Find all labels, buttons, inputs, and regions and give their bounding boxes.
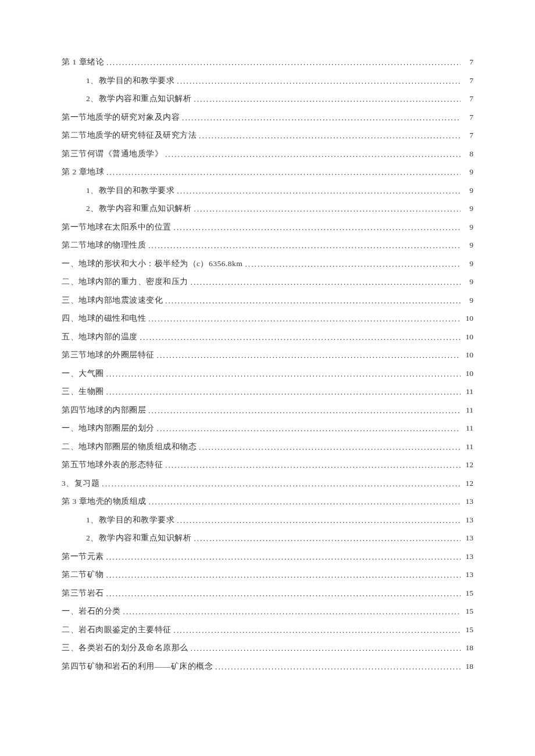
toc-title: 第四节地球的内部圈层 xyxy=(62,406,146,414)
toc-title: 一、地球的形状和大小：极半经为（c）6356.8km xyxy=(62,260,242,268)
toc-leader-dots xyxy=(174,224,461,232)
toc-title: 一、岩石的分类 xyxy=(62,607,121,615)
toc-entry: 三、生物圈11 xyxy=(62,388,473,396)
toc-entry: 第五节地球外表的形态特征12 xyxy=(62,461,473,469)
toc-entry: 2、教学内容和重点知识解析9 xyxy=(62,205,473,213)
toc-title: 1、教学目的和教学要求 xyxy=(86,187,174,195)
toc-entry: 2、教学内容和重点知识解析13 xyxy=(62,534,473,542)
toc-entry: 第二节地球的物理性质9 xyxy=(62,241,473,249)
toc-title: 第三节地球的外圈层特征 xyxy=(62,351,155,359)
toc-title: 2、教学内容和重点知识解析 xyxy=(86,534,191,542)
toc-entry: 1、教学目的和教学要求13 xyxy=(62,516,473,524)
toc-page-number: 15 xyxy=(463,626,473,634)
toc-title: 第三节何谓《普通地质学》 xyxy=(62,150,163,158)
toc-entry: 1、教学目的和教学要求9 xyxy=(62,187,473,195)
toc-title: 第二节地球的物理性质 xyxy=(62,241,146,249)
toc-entry: 二、岩石肉眼鉴定的主要特征15 xyxy=(62,626,473,634)
toc-page-number: 9 xyxy=(463,296,473,304)
toc-title: 一、地球内部圈层的划分 xyxy=(62,424,155,432)
toc-title: 三、各类岩石的划分及命名原那么 xyxy=(62,644,188,652)
toc-leader-dots xyxy=(148,315,461,323)
toc-title: 第二节地质学的研究特征及研究方法 xyxy=(62,131,197,139)
toc-entry: 一、大气圈10 xyxy=(62,370,473,378)
toc-page-number: 12 xyxy=(463,479,473,488)
toc-title: 四、地球的磁性和电性 xyxy=(62,314,146,323)
toc-page-number: 15 xyxy=(463,589,473,597)
toc-entry: 第 1 章绪论7 xyxy=(62,58,473,66)
toc-entry: 2、教学内容和重点知识解析7 xyxy=(62,95,473,103)
toc-leader-dots xyxy=(177,77,461,85)
toc-entry: 1、教学目的和教学要求7 xyxy=(62,77,473,85)
toc-leader-dots xyxy=(140,334,461,342)
toc-entry: 第一节元素13 xyxy=(62,553,473,561)
toc-page-number: 9 xyxy=(463,278,473,286)
toc-entry: 第一节地质学的研究对象及内容7 xyxy=(62,113,473,121)
toc-page-number: 15 xyxy=(463,607,473,615)
toc-title: 第二节矿物 xyxy=(62,571,104,579)
toc-page-number: 11 xyxy=(463,406,473,414)
toc-page-number: 9 xyxy=(463,223,473,231)
toc-leader-dots xyxy=(177,517,461,525)
toc-leader-dots xyxy=(148,407,461,415)
toc-entry: 一、地球的形状和大小：极半经为（c）6356.8km9 xyxy=(62,260,473,268)
toc-page-number: 9 xyxy=(463,187,473,195)
toc-entry: 第三节岩石15 xyxy=(62,589,473,597)
toc-title: 第四节矿物和岩石的利用——矿床的概念 xyxy=(62,662,213,671)
toc-title: 二、地球内部的重力、密度和压力 xyxy=(62,278,188,286)
toc-leader-dots xyxy=(106,553,461,561)
toc-leader-dots xyxy=(106,59,461,67)
toc-leader-dots xyxy=(182,114,461,122)
toc-page-number: 13 xyxy=(463,516,473,524)
toc-leader-dots xyxy=(123,608,461,616)
toc-title: 第五节地球外表的形态特征 xyxy=(62,461,163,469)
toc-entry: 第二节地质学的研究特征及研究方法7 xyxy=(62,131,473,139)
toc-title: 五、地球内部的温度 xyxy=(62,333,138,341)
toc-page-number: 13 xyxy=(463,497,473,506)
toc-leader-dots xyxy=(194,205,461,213)
toc-page-number: 9 xyxy=(463,260,473,268)
toc-page-number: 7 xyxy=(463,95,473,103)
toc-leader-dots xyxy=(148,242,461,250)
toc-leader-dots xyxy=(165,461,461,470)
toc-leader-dots xyxy=(194,535,461,543)
toc-title: 第 1 章绪论 xyxy=(62,58,104,66)
toc-page-number: 13 xyxy=(463,571,473,579)
toc-leader-dots xyxy=(174,626,461,635)
toc-title: 2、教学内容和重点知识解析 xyxy=(86,95,191,103)
toc-title: 第一节地球在太阳系中的位置 xyxy=(62,223,172,231)
toc-leader-dots xyxy=(157,352,461,360)
toc-title: 1、教学目的和教学要求 xyxy=(86,77,174,85)
toc-entry: 四、地球的磁性和电性10 xyxy=(62,314,473,323)
toc-leader-dots xyxy=(106,388,461,396)
toc-page-number: 9 xyxy=(463,168,473,176)
toc-entry: 三、地球内部地震波速变化9 xyxy=(62,296,473,304)
toc-leader-dots xyxy=(191,278,461,286)
toc-title: 第 2 章地球 xyxy=(62,168,104,176)
toc-leader-dots xyxy=(106,571,461,579)
toc-entry: 第四节地球的内部圈层11 xyxy=(62,406,473,414)
toc-entry: 一、地球内部圈层的划分11 xyxy=(62,424,473,432)
toc-leader-dots xyxy=(199,132,461,140)
toc-entry: 二、地球内部圈层的物质组成和物态11 xyxy=(62,443,473,451)
toc-page-number: 13 xyxy=(463,553,473,561)
toc-leader-dots xyxy=(157,425,461,433)
toc-leader-dots xyxy=(191,644,461,653)
toc-title: 二、地球内部圈层的物质组成和物态 xyxy=(62,443,197,451)
toc-entry: 三、各类岩石的划分及命名原那么18 xyxy=(62,644,473,652)
toc-page-number: 18 xyxy=(463,644,473,652)
toc-title: 第 3 章地壳的物质组成 xyxy=(62,497,147,506)
toc-title: 第一节元素 xyxy=(62,553,104,561)
toc-leader-dots xyxy=(245,260,461,268)
toc-page-number: 7 xyxy=(463,77,473,85)
toc-page-number: 13 xyxy=(463,534,473,542)
toc-leader-dots xyxy=(106,370,461,378)
toc-page-number: 8 xyxy=(463,150,473,158)
toc-page-number: 10 xyxy=(463,351,473,359)
toc-page-number: 18 xyxy=(463,662,473,671)
toc-entry: 二、地球内部的重力、密度和压力9 xyxy=(62,278,473,286)
toc-page-number: 10 xyxy=(463,370,473,378)
toc-entry: 第三节地球的外圈层特征10 xyxy=(62,351,473,359)
toc-leader-dots xyxy=(165,151,461,159)
toc-title: 2、教学内容和重点知识解析 xyxy=(86,205,191,213)
toc-leader-dots xyxy=(194,95,461,103)
